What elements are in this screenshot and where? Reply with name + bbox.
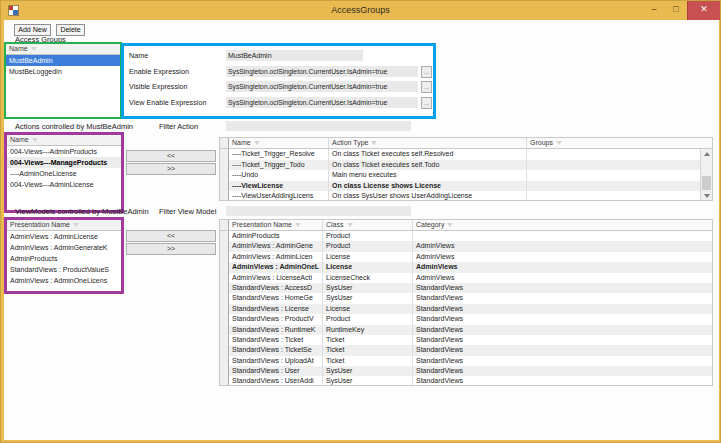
window-title: AccessGroups [1, 1, 720, 20]
assigned-viewmodel-row[interactable]: StandardViews : ProductV Product Standar… [220, 314, 712, 324]
scrollbar-thumb[interactable] [702, 176, 711, 190]
column-header-name[interactable]: Name [6, 44, 120, 55]
assigned-viewmodel-row[interactable]: StandardViews : License License Standard… [220, 304, 712, 314]
column-header-presentation-name[interactable]: Presentation Name [229, 220, 323, 230]
available-viewmodel-row[interactable]: AdminViews : AdminGenerateK [7, 242, 121, 253]
category-cell: StandardViews [413, 376, 713, 386]
scroll-down-icon[interactable] [701, 191, 712, 201]
column-header-groups[interactable]: Groups [527, 138, 702, 148]
enable-expression-field[interactable]: SysSingleton.oclSingleton.CurrentUser.Is… [226, 66, 418, 77]
filter-icon[interactable] [447, 223, 453, 227]
close-icon: ✕ [700, 4, 708, 14]
assigned-viewmodel-row[interactable]: StandardViews : HomeGe SysUser StandardV… [220, 293, 712, 303]
viewmodels-remove-button[interactable]: << [126, 230, 216, 242]
assigned-viewmodel-row[interactable]: AdminViews : AdminOneL License AdminView… [220, 262, 712, 272]
available-action-row[interactable]: 004-Views---ManageProducts [7, 157, 121, 168]
filter-action-input[interactable] [226, 121, 411, 131]
category-cell: StandardViews [413, 314, 713, 324]
row-header-cell[interactable] [220, 366, 229, 376]
action-type-cell: On class SysUser shows UserAddingLicense [329, 191, 527, 201]
filter-icon[interactable] [31, 47, 37, 51]
assigned-action-row[interactable]: ----ViewLicense On class License shows L… [220, 181, 712, 192]
access-group-row[interactable]: MustBeAdmin [6, 55, 120, 66]
groups-cell [527, 181, 702, 192]
assigned-action-row[interactable]: ----Ticket_Trigger_Todo On class Ticket … [220, 160, 712, 171]
assigned-viewmodel-row[interactable]: AdminViews : AdminLicen License AdminVie… [220, 252, 712, 262]
available-viewmodel-row[interactable]: AdminViews : AdminOneLicens [7, 275, 121, 286]
viewmodels-add-button[interactable]: >> [126, 243, 216, 255]
row-header-cell[interactable] [220, 262, 229, 272]
assigned-viewmodel-row[interactable]: StandardViews : Ticket Ticket StandardVi… [220, 335, 712, 345]
maximize-button[interactable]: □ [665, 1, 687, 20]
row-header-cell[interactable] [220, 170, 229, 181]
available-viewmodel-row[interactable]: StandardViews : ProductValueS [7, 264, 121, 275]
assigned-viewmodel-row[interactable]: AdminProducts Product [220, 231, 712, 241]
assigned-viewmodel-row[interactable]: StandardViews : AccessD SysUser Standard… [220, 283, 712, 293]
view-enable-expression-field[interactable]: SysSingleton.oclSingleton.CurrentUser.Is… [226, 97, 418, 108]
column-header-class[interactable]: Class [323, 220, 413, 230]
row-header-cell[interactable] [220, 181, 229, 192]
assigned-viewmodel-row[interactable]: StandardViews : User SysUser StandardVie… [220, 366, 712, 376]
assigned-action-row[interactable]: ----Ticket_Trigger_Resolve On class Tick… [220, 149, 712, 160]
enable-expression-ellipsis-button[interactable]: ... [421, 66, 432, 78]
column-header-presentation-name[interactable]: Presentation Name [7, 220, 121, 231]
row-header-cell[interactable] [220, 304, 229, 314]
row-header-cell[interactable] [220, 325, 229, 335]
assigned-viewmodel-row[interactable]: StandardViews : UserAddi SysUser Standar… [220, 376, 712, 386]
filter-icon[interactable] [347, 223, 353, 227]
column-header-action-type[interactable]: Action Type [329, 138, 527, 148]
row-header-cell[interactable] [220, 160, 229, 171]
actions-add-button[interactable]: >> [126, 163, 216, 175]
assigned-viewmodel-row[interactable]: StandardViews : UploadAt Ticket Standard… [220, 356, 712, 366]
filter-icon[interactable] [73, 223, 79, 227]
scroll-up-icon[interactable] [701, 149, 712, 159]
filter-icon[interactable] [556, 141, 562, 145]
column-header-name[interactable]: Name [7, 135, 121, 146]
row-header-cell[interactable] [220, 241, 229, 251]
access-groups-grid: Name MustBeAdmin MustBeLoggedIn [6, 44, 120, 117]
available-viewmodel-row[interactable]: AdminViews : AdminLicense [7, 231, 121, 242]
row-header-cell[interactable] [220, 335, 229, 345]
category-cell: StandardViews [413, 345, 713, 355]
close-button[interactable]: ✕ [687, 1, 720, 20]
assigned-action-row[interactable]: ----ViewUserAddingLicens On class SysUse… [220, 191, 712, 201]
available-action-row[interactable]: 004-Views---AdminProducts [7, 146, 121, 157]
vertical-scrollbar[interactable] [700, 149, 712, 201]
filter-icon[interactable] [295, 223, 301, 227]
row-header-cell[interactable] [220, 293, 229, 303]
presentation-name-cell: StandardViews : UserAddi [229, 376, 323, 386]
row-header-cell[interactable] [220, 149, 229, 160]
assigned-viewmodel-row[interactable]: AdminViews : AdminGene Product AdminView… [220, 241, 712, 251]
assigned-actions-header: Name Action Type Groups [220, 138, 712, 149]
available-viewmodel-row[interactable]: AdminProducts [7, 253, 121, 264]
available-action-row[interactable]: ----AdminOneLicense [7, 168, 121, 179]
column-header-category[interactable]: Category [413, 220, 713, 230]
assigned-viewmodel-row[interactable]: StandardViews : RuntimeK RuntimeKey Stan… [220, 325, 712, 335]
available-action-row[interactable]: 004-Views---AdminLicense [7, 179, 121, 190]
actions-remove-button[interactable]: << [126, 150, 216, 162]
column-header-name[interactable]: Name [229, 138, 329, 148]
row-header-cell[interactable] [220, 191, 229, 201]
row-header-cell[interactable] [220, 283, 229, 293]
filter-icon[interactable] [371, 141, 377, 145]
row-header-cell[interactable] [220, 273, 229, 283]
row-header-cell[interactable] [220, 376, 229, 386]
visible-expression-field[interactable]: SysSingleton.oclSingleton.CurrentUser.Is… [226, 81, 418, 92]
assigned-action-row[interactable]: ----Undo Main menu executes [220, 170, 712, 181]
row-header-cell[interactable] [220, 345, 229, 355]
row-header-cell[interactable] [220, 231, 229, 241]
filter-view-model-input[interactable] [226, 206, 411, 216]
groups-cell [527, 191, 702, 201]
filter-icon[interactable] [32, 138, 38, 142]
filter-icon[interactable] [254, 141, 260, 145]
row-header-cell[interactable] [220, 356, 229, 366]
view-enable-expression-ellipsis-button[interactable]: ... [421, 97, 432, 109]
assigned-viewmodel-row[interactable]: AdminViews : LicenseActi LicenseCheck Ad… [220, 273, 712, 283]
minimize-button[interactable]: – [643, 1, 665, 20]
name-field[interactable]: MustBeAdmin [226, 50, 363, 61]
row-header-cell[interactable] [220, 314, 229, 324]
access-group-row[interactable]: MustBeLoggedIn [6, 66, 120, 77]
visible-expression-ellipsis-button[interactable]: ... [421, 81, 432, 93]
assigned-viewmodel-row[interactable]: StandardViews : TicketSe Ticket Standard… [220, 345, 712, 355]
row-header-cell[interactable] [220, 252, 229, 262]
